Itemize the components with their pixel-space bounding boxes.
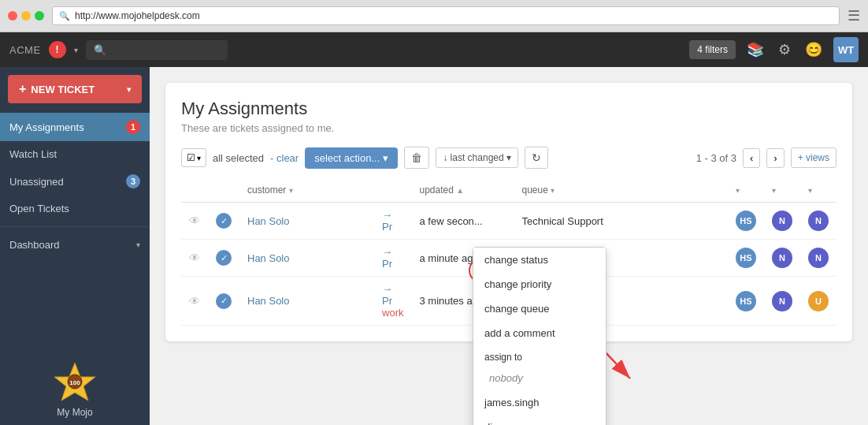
sidebar-item-open-tickets[interactable]: Open Tickets — [0, 196, 150, 222]
sidebar-item-my-assignments[interactable]: My Assignments 1 — [0, 113, 150, 141]
new-ticket-label: NEW TICKET — [31, 84, 95, 95]
new-ticket-dropdown-icon: ▾ — [127, 85, 131, 94]
dropdown-item-add-comment[interactable]: add a comment — [473, 321, 606, 345]
plus-icon: + — [19, 82, 26, 96]
main-content: My Assignments These are tickets assigne… — [150, 67, 868, 425]
col-queue: queue ▾ — [514, 178, 728, 203]
row-checkbox[interactable]: ✓ — [216, 293, 232, 309]
avatar-n1: N — [772, 291, 792, 311]
next-page-button[interactable]: › — [766, 148, 784, 168]
prev-page-button[interactable]: ‹ — [743, 148, 760, 168]
app-body: + NEW TICKET ▾ My Assignments 1 Watch Li… — [0, 67, 868, 425]
browser-dot-red[interactable] — [8, 11, 17, 21]
avatar-u: U — [808, 291, 829, 311]
avatar-n1: N — [772, 211, 792, 231]
customer-link[interactable]: Han Solo — [247, 252, 289, 264]
row-eye-icon[interactable]: 👁 — [189, 295, 200, 308]
delete-button[interactable]: 🗑 — [404, 147, 429, 169]
all-selected-text: all selected — [213, 152, 264, 164]
ticket-highlight[interactable]: work — [382, 307, 403, 319]
dropdown-arrow-icon: ▾ — [197, 154, 201, 162]
filters-button[interactable]: 4 filters — [689, 40, 736, 59]
sidebar-item-label: Unassigned — [9, 176, 64, 188]
sort-last-changed-button[interactable]: ↓ last changed ▾ — [436, 147, 517, 168]
settings-icon-btn[interactable]: ⚙ — [775, 38, 794, 62]
dropdown-item-change-priority[interactable]: change priority — [473, 272, 606, 296]
header-alert-btn[interactable]: ! — [49, 41, 66, 58]
col-updated: updated ▲ — [411, 178, 514, 203]
row-eye-icon[interactable]: 👁 — [189, 214, 200, 227]
sidebar-footer: 100 My Mojo — [0, 350, 150, 425]
dropdown-item-change-queue[interactable]: change queue — [473, 296, 606, 321]
page-subtitle: These are tickets assigned to me. — [181, 122, 836, 134]
sidebar-item-label: My Assignments — [9, 121, 84, 133]
url-bar[interactable]: 🔍 http://www.mojohelpdesk.com — [52, 6, 840, 25]
browser-menu-icon[interactable]: ☰ — [848, 7, 860, 24]
sidebar-item-label: Watch List — [9, 148, 57, 160]
browser-dot-green[interactable] — [35, 11, 44, 21]
header-alert-dropdown[interactable]: ▾ — [74, 46, 78, 54]
dropdown-item-change-status[interactable]: change status — [473, 248, 606, 272]
page-title: My Assignments — [181, 99, 836, 119]
book-icon-btn[interactable]: 📚 — [744, 38, 767, 62]
toolbar: ☑ ▾ all selected - clear select action..… — [181, 147, 836, 169]
sidebar-item-unassigned[interactable]: Unassigned 3 — [0, 167, 150, 196]
assign-to-label: assign to — [473, 345, 606, 366]
action-dropdown-menu: change status change priority change que… — [473, 247, 606, 425]
customer-link[interactable]: Han Solo — [247, 215, 289, 227]
refresh-button[interactable]: ↻ — [525, 147, 548, 169]
user-avatar[interactable]: WT — [833, 37, 859, 62]
avatar-n1: N — [772, 248, 792, 268]
action-dropdown-icon: ▾ — [383, 152, 388, 164]
updated-cell: a few secon... — [411, 203, 514, 240]
customer-link[interactable]: Han Solo — [247, 295, 289, 307]
avatar-hs: HS — [736, 248, 756, 268]
dropdown-item-diane[interactable]: diane — [473, 415, 606, 425]
ticket-link[interactable]: → Pr — [382, 246, 392, 270]
sidebar-item-label: Open Tickets — [9, 203, 69, 214]
table-row: 👁 ✓ Han Solo → Pr a few secon... Technic… — [181, 203, 836, 240]
svg-text:100: 100 — [69, 379, 80, 386]
row-eye-icon[interactable]: 👁 — [189, 252, 200, 264]
browser-dots — [8, 11, 44, 21]
url-icon: 🔍 — [59, 11, 70, 21]
ticket-link[interactable]: → Pr — [382, 209, 392, 233]
sidebar-item-label: Dashboard — [9, 239, 60, 251]
sidebar: + NEW TICKET ▾ My Assignments 1 Watch Li… — [0, 67, 150, 425]
avatar-n2: N — [808, 211, 829, 231]
app-brand: ACME — [9, 44, 41, 56]
url-text: http://www.mojohelpdesk.com — [75, 10, 200, 21]
avatar-hs: HS — [736, 291, 756, 311]
dropdown-item-james-singh[interactable]: james.singh — [473, 390, 606, 415]
select-action-button[interactable]: select action... ▾ — [305, 147, 398, 169]
clear-selection-link[interactable]: - clear — [270, 152, 299, 164]
pagination-info: 1 - 3 of 3 — [696, 152, 736, 164]
browser-dot-yellow[interactable] — [21, 11, 31, 21]
browser-chrome: 🔍 http://www.mojohelpdesk.com ☰ — [0, 0, 868, 32]
header-search-input[interactable] — [86, 40, 228, 60]
sidebar-item-dashboard[interactable]: Dashboard ▾ — [0, 232, 150, 258]
smiley-icon-btn[interactable]: 😊 — [802, 38, 825, 62]
queue-cell: Technical Support — [514, 203, 728, 240]
app-header: ACME ! ▾ 4 filters 📚 ⚙ 😊 WT — [0, 32, 868, 67]
sort-dropdown-icon: ▾ — [506, 152, 511, 163]
unassigned-badge: 3 — [126, 174, 140, 188]
select-all-checkbox[interactable]: ☑ ▾ — [181, 148, 206, 167]
sort-label: ↓ last changed — [443, 152, 503, 163]
my-assignments-badge: 1 — [126, 120, 140, 134]
row-checkbox[interactable]: ✓ — [216, 250, 232, 266]
sidebar-divider — [0, 226, 150, 227]
views-button[interactable]: + views — [791, 147, 836, 168]
action-btn-label: select action... — [314, 152, 380, 164]
ticket-link[interactable]: → Pr — [382, 283, 392, 307]
dashboard-arrow-icon: ▾ — [136, 240, 140, 249]
row-checkbox[interactable]: ✓ — [216, 213, 232, 229]
avatar-n2: N — [808, 248, 829, 268]
avatar-hs: HS — [736, 211, 756, 231]
dropdown-item-nobody[interactable]: nobody — [473, 366, 606, 390]
mojo-label: My Mojo — [57, 407, 92, 418]
col-customer: customer ▾ — [239, 178, 374, 203]
new-ticket-button[interactable]: + NEW TICKET ▾ — [8, 75, 142, 103]
sidebar-item-watch-list[interactable]: Watch List — [0, 141, 150, 167]
mojo-star-icon: 100 — [51, 360, 98, 407]
